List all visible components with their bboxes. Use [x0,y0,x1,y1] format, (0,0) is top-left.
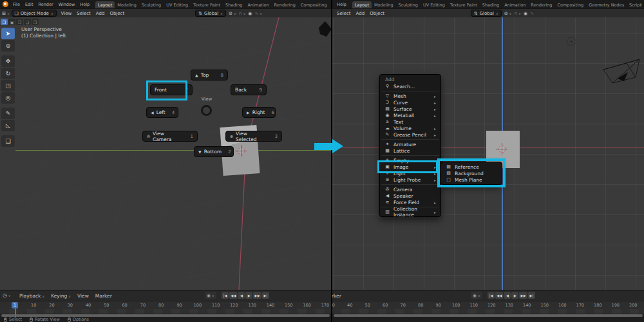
add-menu-item[interactable]: ▽ Mesh ▸ [380,93,440,99]
workspace-tab[interactable]: Compositing [555,1,587,8]
pie-menu-item[interactable]: ▲ Top 8 [191,70,228,80]
workspace-tab[interactable]: Texture Paint [448,1,480,8]
workspace-tab[interactable]: Shading [223,1,245,8]
transform-orientation-dropdown[interactable]: ⇅ Global ∨ [471,10,502,17]
transform-orientation-dropdown[interactable]: ⇅ Global ∨ [195,10,226,17]
timeline-ruler-left[interactable]: 1020304050607080901001101201301401501601… [0,301,331,309]
workspace-tab[interactable]: Sculpting [139,1,164,8]
playback-button[interactable]: ◀◀ [229,292,237,299]
workspace-tab[interactable]: Geometry Nodes [586,1,627,8]
mode-strip-icon[interactable]: ▣ [8,19,15,25]
playback-button[interactable]: |◀ [488,292,495,299]
add-menu-item[interactable]: ▦ Lattice ▸ [380,147,440,154]
timeline-ruler-right[interactable]: 3040506070809010011012013014015016017018… [332,301,644,309]
timeline-menu[interactable]: Playback ∨ [19,293,44,299]
viewport-menu[interactable]: Object [107,11,127,16]
menu-row[interactable]: ☼ Light ▸ [380,170,440,176]
menubar-menu[interactable]: File [10,2,23,7]
playback-button[interactable]: ◀◀ [495,292,503,299]
menu-row[interactable]: Ɔ Curve ▸ [380,99,440,106]
menu-row[interactable]: ◀ Speaker ▸ [380,193,440,199]
workspace-tab[interactable]: Sculpting [396,1,421,8]
menubar-menu[interactable]: Edit [23,2,36,7]
add-menu-item[interactable]: ✶ Armature ▸ [380,141,440,147]
add-menu-item[interactable]: ≋ Force Field ▸ [380,199,440,205]
add-menu-item[interactable]: ◀ Speaker ▸ [380,193,440,199]
add-menu-item[interactable]: ▸ [380,154,440,157]
menu-row[interactable]: ✇ Camera ▸ [380,186,440,193]
tool-button[interactable]: ✥ [1,55,15,67]
menu-row[interactable]: a Text ▸ [380,118,440,125]
workspace-tab[interactable]: Shading [480,1,502,8]
add-menu-item[interactable]: ▸ [380,183,440,186]
playback-button[interactable]: ▶ [511,292,518,299]
tool-button[interactable]: ❑ [1,135,15,147]
pie-menu-item[interactable]: Back 9 [231,84,267,95]
menu-row[interactable]: ◉ Metaball ▸ [380,112,440,118]
menu-row[interactable]: ▦ Lattice ▸ [380,147,440,154]
viewport-menu[interactable]: Add [93,11,108,16]
viewport-3d-right[interactable]: Add ⚲ Search… ▸ [332,17,644,290]
submenu-item[interactable]: ▤ Reference [441,164,502,170]
timeline-track-right[interactable] [332,309,644,314]
add-menu-item[interactable]: ▣ Image ▸ [380,164,440,170]
menu-row[interactable]: ▤ Surface ▸ [380,106,440,112]
playhead-line[interactable] [15,308,16,317]
pie-menu-item[interactable]: ⊕ View Selected 3 [225,131,282,142]
workspace-tab[interactable]: Layout [352,1,372,8]
workspace-tab[interactable]: Texture Paint [191,1,223,8]
menu-row[interactable]: ⊛ Light Probe ▸ [380,176,440,183]
add-menu-item[interactable]: ▸ [380,205,440,209]
workspace-tab[interactable]: Modeling [115,1,139,8]
workspace-tab[interactable]: Rendering [528,1,554,8]
menu-row[interactable]: ✳ Empty ▸ [380,157,440,164]
playback-button[interactable]: ◀ [238,292,245,299]
menu-row[interactable]: ⚲ Search… ▸ [380,83,440,90]
viewport-3d-left[interactable]: ❐▣❐❏❐ User Perspective (1) Collection | … [0,17,331,290]
viewport-menu[interactable]: Select [334,11,354,16]
tool-button[interactable]: ⊕ [1,40,15,52]
mode-strip-icon[interactable]: ❐ [1,19,8,25]
submenu-item[interactable]: □ Mesh Plane [441,176,502,183]
tool-button[interactable]: ↻ [1,68,15,79]
add-menu-item[interactable]: ▸ [380,90,440,93]
add-menu-item[interactable]: a Text ▸ [380,118,440,125]
add-menu-item[interactable]: ▸ [380,138,440,141]
playback-button[interactable]: ▶| [528,292,535,299]
menubar-menu[interactable]: Help [334,2,349,7]
pivot-point-button[interactable]: ⊘ ∨ [229,11,236,16]
proportional-editing-button[interactable]: ◉ [524,11,527,16]
falloff-button[interactable]: ∿ ∨ [254,11,262,16]
workspace-tab[interactable]: UV Editing [421,1,448,8]
add-menu-item[interactable]: ▥ Collection Instance ▸ [380,209,440,215]
tool-button[interactable]: ➤ [1,28,15,39]
menu-row[interactable]: ≋ Force Field ▸ [380,199,440,205]
viewport-menu[interactable]: Object [367,11,387,16]
pivot-point-button[interactable]: ⊘ ∨ [504,11,512,16]
menu-row[interactable]: ▥ Collection Instance ▸ [380,209,440,215]
add-menu-item[interactable]: ✳ Empty ▸ [380,157,440,164]
pie-menu-item[interactable]: Front 7 [150,84,193,95]
mode-strip-icon[interactable]: ❏ [24,19,31,25]
timeline-track-left[interactable] [0,309,331,314]
tool-button[interactable]: ◳ [1,80,15,91]
current-frame-badge[interactable]: 1 [12,302,18,308]
mode-selector[interactable]: ❏ Object Mode ∨ [12,10,57,17]
tool-button[interactable]: ✎ [1,108,15,119]
add-menu-item[interactable]: ☁ Volume ▸ [380,125,440,131]
tool-button[interactable]: ◺ [1,120,15,131]
snap-toggle-button[interactable]: ∩ ∨ [239,11,246,16]
add-menu-item[interactable]: ☼ Light ▸ [380,170,440,176]
pie-menu-item[interactable]: ✇ View Camera 1 [142,131,198,142]
timeline-menu[interactable]: View ∨ [77,293,89,299]
snap-toggle-button[interactable]: ∩ ∨ [514,11,521,16]
add-menu-item[interactable]: ◉ Metaball ▸ [380,112,440,118]
auto-keying-button[interactable]: ◉ ∨ [471,292,482,299]
add-menu-item[interactable]: ⚲ Search… ▸ [380,83,440,90]
pie-menu-item[interactable]: ▼ Bottom 2 [194,146,234,157]
playback-button[interactable]: ◀ [504,292,511,299]
camera-object[interactable] [598,53,643,85]
add-menu-item[interactable]: ⊛ Light Probe ▸ [380,176,440,183]
playback-button[interactable]: ▶▶ [519,292,527,299]
workspace-tab[interactable]: Compositing [298,1,329,8]
